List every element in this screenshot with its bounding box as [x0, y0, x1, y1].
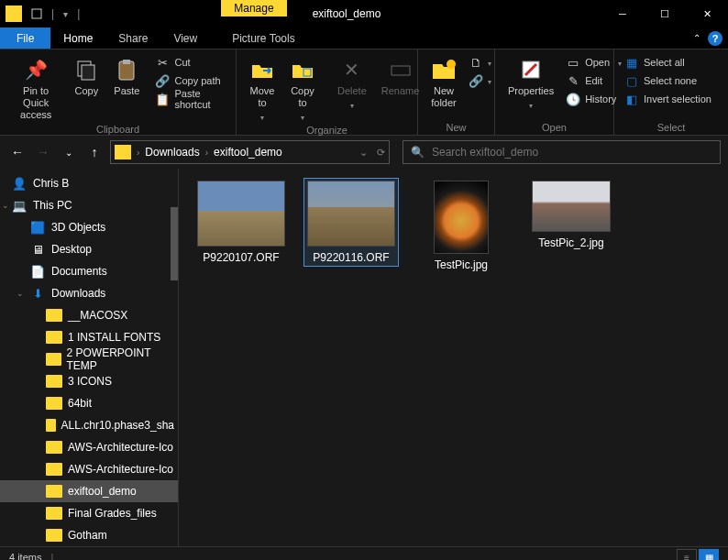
tree-3d-objects[interactable]: 🟦3D Objects [0, 216, 178, 238]
close-button[interactable]: ✕ [686, 0, 728, 27]
new-item-icon: 🗋 [469, 55, 483, 70]
folder-icon [46, 507, 62, 520]
properties-icon [518, 57, 544, 82]
up-button[interactable]: ↑ [84, 142, 105, 162]
properties-button[interactable]: Properties▾ [502, 53, 559, 111]
tree-this-pc[interactable]: ⌄💻This PC [0, 194, 178, 216]
file-name: TestPic.jpg [435, 258, 488, 271]
folder-icon [115, 145, 131, 159]
tree-subfolder[interactable]: 3 ICONS [0, 370, 178, 392]
address-bar[interactable]: › Downloads › exiftool_demo ⌄ ⟳ [110, 140, 390, 164]
pc-icon: 💻 [11, 198, 28, 213]
delete-icon: ✕ [339, 57, 365, 82]
group-clipboard-label: Clipboard [7, 122, 228, 135]
paste-shortcut-icon: 📋 [155, 92, 170, 106]
open-icon: ▭ [566, 55, 580, 70]
select-all-button[interactable]: ▦Select all [622, 53, 714, 71]
menu-home[interactable]: Home [50, 27, 105, 49]
navigation-tree[interactable]: 👤Chris B ⌄💻This PC 🟦3D Objects 🖥Desktop … [0, 169, 179, 546]
file-item-selected[interactable]: P9220116.ORF [303, 178, 399, 267]
file-item[interactable]: TestPic.jpg [414, 178, 509, 274]
paste-button[interactable]: Paste [108, 53, 145, 97]
main-area: 👤Chris B ⌄💻This PC 🟦3D Objects 🖥Desktop … [0, 169, 728, 546]
file-item[interactable]: TestPic_2.jpg [524, 178, 619, 252]
refresh-icon[interactable]: ⟳ [377, 147, 385, 159]
tree-subfolder[interactable]: __MACOSX [0, 304, 178, 326]
menu-view[interactable]: View [160, 27, 210, 49]
recent-locations-button[interactable]: ⌄ [59, 142, 79, 162]
select-none-button[interactable]: ▢Select none [622, 71, 714, 90]
documents-icon: 📄 [29, 264, 46, 279]
details-view-toggle[interactable]: ≡ [677, 549, 697, 560]
tree-subfolder[interactable]: ALL.chr10.phase3_sha [0, 414, 178, 436]
chevron-right-icon[interactable]: › [204, 148, 210, 158]
folder-icon [46, 529, 62, 542]
invert-selection-button[interactable]: ◧Invert selection [622, 90, 714, 108]
chevron-right-icon[interactable]: › [135, 148, 141, 158]
breadcrumb-downloads[interactable]: Downloads [145, 146, 199, 159]
tree-subfolder[interactable]: 1 INSTALL FONTS [0, 326, 178, 348]
qat-dropdown[interactable]: ▾ [58, 0, 73, 27]
forward-button[interactable]: → [33, 142, 53, 162]
cut-button[interactable]: ✂Cut [152, 53, 228, 71]
delete-button[interactable]: ✕ Delete▾ [332, 53, 372, 111]
title-bar: | ▾ | Manage exiftool_demo ─ ☐ ✕ [0, 0, 728, 27]
app-icon [6, 5, 22, 22]
copy-path-button[interactable]: 🔗Copy path [152, 71, 228, 90]
tree-documents[interactable]: 📄Documents [0, 260, 178, 282]
folder-icon [46, 419, 56, 432]
qat-props[interactable] [26, 0, 48, 27]
breadcrumb-folder[interactable]: exiftool_demo [214, 146, 282, 159]
cut-icon: ✂ [155, 55, 170, 70]
tree-user[interactable]: 👤Chris B [0, 172, 178, 194]
tree-subfolder[interactable]: AWS-Architecture-Ico [0, 436, 178, 458]
easy-access-button[interactable]: 🔗▾ [466, 71, 494, 90]
scrollbar-thumb[interactable] [171, 207, 178, 280]
navigation-bar: ← → ⌄ ↑ › Downloads › exiftool_demo ⌄ ⟳ … [0, 136, 728, 169]
copy-icon [73, 57, 99, 82]
collapse-ribbon-icon[interactable]: ⌃ [693, 33, 700, 43]
menu-picture-tools[interactable]: Picture Tools [219, 27, 307, 49]
tree-desktop[interactable]: 🖥Desktop [0, 238, 178, 260]
folder-icon [46, 309, 62, 322]
tree-subfolder[interactable]: Final Grades_files [0, 502, 178, 524]
folder-icon [46, 397, 62, 410]
file-item[interactable]: P9220107.ORF [193, 178, 289, 267]
menu-file[interactable]: File [0, 27, 50, 49]
maximize-button[interactable]: ☐ [644, 0, 686, 27]
copy-button[interactable]: Copy [68, 53, 105, 97]
group-select-label: Select [622, 120, 721, 133]
menu-share[interactable]: Share [105, 27, 160, 49]
window-title: exiftool_demo [313, 0, 381, 27]
file-list[interactable]: P9220107.ORF P9220116.ORF TestPic.jpg Te… [179, 169, 728, 546]
move-to-button[interactable]: Move to▾ [244, 53, 281, 123]
tree-subfolder[interactable]: 2 POWERPOINT TEMP [0, 348, 178, 370]
tree-downloads[interactable]: ⌄⬇Downloads [0, 282, 178, 304]
new-folder-button[interactable]: New folder [425, 53, 462, 109]
tree-subfolder[interactable]: AWS-Architecture-Ico [0, 458, 178, 480]
folder-icon [46, 463, 62, 476]
pin-quick-access-button[interactable]: 📌 Pin to Quick access [7, 53, 64, 122]
objects-icon: 🟦 [29, 220, 46, 235]
folder-icon [46, 353, 61, 366]
paste-shortcut-button[interactable]: 📋Paste shortcut [152, 90, 228, 108]
file-name: P9220107.ORF [203, 251, 279, 264]
folder-icon [46, 485, 62, 498]
search-input[interactable] [432, 146, 712, 159]
search-box[interactable]: 🔍 [403, 140, 721, 164]
search-icon: 🔍 [411, 146, 425, 159]
address-dropdown-icon[interactable]: ⌄ [359, 147, 368, 159]
thumbnails-view-toggle[interactable]: ▦ [699, 549, 719, 560]
copy-to-button[interactable]: Copy to▾ [284, 53, 321, 123]
tree-subfolder[interactable]: 64bit [0, 392, 178, 414]
tree-subfolder-current[interactable]: exiftool_demo [0, 480, 178, 502]
tree-subfolder[interactable]: Gotham [0, 524, 178, 546]
contextual-tab-manage[interactable]: Manage [221, 0, 286, 16]
rename-icon [388, 57, 414, 82]
new-item-button[interactable]: 🗋▾ [466, 53, 494, 71]
folder-icon [46, 441, 62, 454]
minimize-button[interactable]: ─ [601, 0, 644, 27]
invert-selection-icon: ◧ [624, 92, 639, 106]
back-button[interactable]: ← [7, 142, 28, 162]
help-icon[interactable]: ? [708, 31, 722, 46]
